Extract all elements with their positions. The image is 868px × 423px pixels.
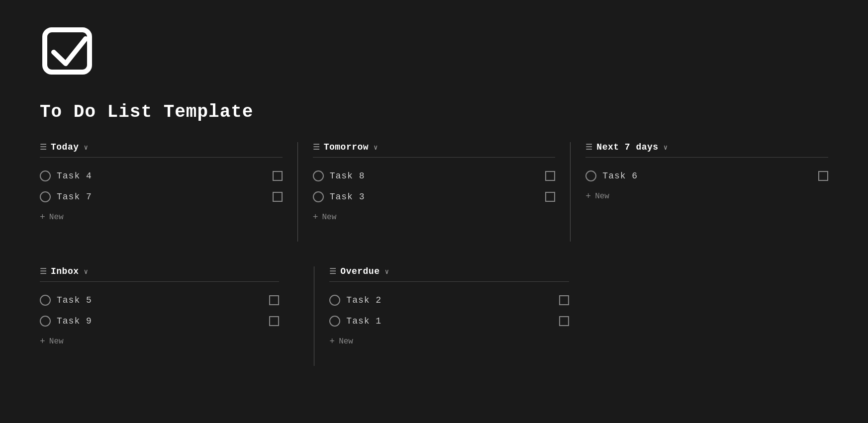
divider-inbox-overdue — [314, 266, 314, 366]
task-checkbox[interactable] — [269, 316, 279, 326]
column-tomorrow: ☰ Tomorrow ∨ Task 8 — [313, 142, 556, 242]
task-list-today: Task 4 Task 7 + New — [40, 166, 283, 227]
new-task-inbox[interactable]: + New — [40, 332, 279, 351]
column-header-overdue: ☰ Overdue ∨ — [329, 266, 569, 282]
task-list-tomorrow: Task 8 Task 3 + New — [313, 166, 556, 227]
app-container: To Do List Template ☰ Today ∨ Task 4 — [0, 0, 868, 386]
new-task-overdue[interactable]: + New — [329, 332, 569, 351]
table-row: Task 7 — [40, 186, 283, 207]
new-task-label: New — [339, 337, 353, 346]
task-checkbox[interactable] — [269, 295, 279, 305]
table-row: Task 4 — [40, 166, 283, 186]
spacer-bottom-right — [589, 266, 828, 366]
list-icon-inbox: ☰ — [40, 266, 47, 276]
table-row: Task 8 — [313, 166, 556, 186]
plus-icon: + — [329, 337, 335, 346]
task-checkbox[interactable] — [559, 316, 569, 326]
task-checkbox[interactable] — [545, 171, 555, 181]
top-row: ☰ Today ∨ Task 4 Ta — [40, 142, 828, 242]
task-label: Task 6 — [602, 171, 638, 181]
divider-tomorrow-next7 — [570, 142, 571, 242]
list-icon-tomorrow: ☰ — [313, 142, 320, 152]
list-icon-next7: ☰ — [585, 142, 592, 152]
task-circle[interactable] — [329, 295, 340, 306]
table-row: Task 9 — [40, 311, 279, 332]
divider-today-tomorrow — [297, 142, 298, 242]
column-inbox: ☰ Inbox ∨ Task 5 Ta — [40, 266, 299, 366]
column-header-next7: ☰ Next 7 days ∨ — [585, 142, 828, 158]
task-circle[interactable] — [329, 316, 340, 327]
task-checkbox[interactable] — [818, 171, 828, 181]
task-checkbox[interactable] — [273, 192, 283, 202]
task-list-overdue: Task 2 Task 1 + New — [329, 290, 569, 351]
new-task-label: New — [49, 213, 64, 222]
task-label: Task 1 — [346, 316, 382, 326]
task-circle[interactable] — [40, 170, 51, 181]
task-circle[interactable] — [313, 191, 324, 202]
table-row: Task 5 — [40, 290, 279, 311]
list-icon-overdue: ☰ — [329, 266, 336, 276]
task-label: Task 4 — [57, 171, 92, 181]
column-header-today: ☰ Today ∨ — [40, 142, 283, 158]
task-label: Task 9 — [57, 316, 92, 326]
task-label: Task 3 — [330, 192, 365, 202]
chevron-today[interactable]: ∨ — [84, 143, 88, 152]
column-today: ☰ Today ∨ Task 4 Ta — [40, 142, 283, 242]
svg-rect-0 — [45, 30, 90, 72]
column-next7days: ☰ Next 7 days ∨ Task 6 + New — [585, 142, 828, 242]
task-label: Task 7 — [57, 192, 92, 202]
column-header-tomorrow: ☰ Tomorrow ∨ — [313, 142, 556, 158]
new-task-next7[interactable]: + New — [585, 186, 828, 206]
task-label: Task 5 — [57, 295, 92, 305]
plus-icon: + — [585, 191, 591, 201]
new-task-label: New — [322, 213, 336, 222]
task-circle[interactable] — [40, 316, 51, 327]
column-header-inbox: ☰ Inbox ∨ — [40, 266, 279, 282]
bottom-row: ☰ Inbox ∨ Task 5 Ta — [40, 266, 828, 366]
chevron-overdue[interactable]: ∨ — [385, 267, 388, 276]
new-task-label: New — [49, 337, 64, 346]
chevron-inbox[interactable]: ∨ — [84, 267, 88, 276]
chevron-next7[interactable]: ∨ — [664, 143, 668, 152]
task-label: Task 2 — [346, 295, 382, 305]
table-row: Task 6 — [585, 166, 828, 186]
column-title-today: Today — [51, 142, 79, 152]
task-checkbox[interactable] — [559, 295, 569, 305]
task-checkbox[interactable] — [273, 171, 283, 181]
plus-icon: + — [40, 212, 45, 222]
chevron-tomorrow[interactable]: ∨ — [374, 143, 378, 152]
list-icon-today: ☰ — [40, 142, 47, 152]
page-title: To Do List Template — [40, 102, 828, 122]
task-label: Task 8 — [330, 171, 365, 181]
new-task-today[interactable]: + New — [40, 207, 283, 227]
task-checkbox[interactable] — [545, 192, 555, 202]
task-circle[interactable] — [40, 295, 51, 306]
task-circle[interactable] — [40, 191, 51, 202]
task-list-next7: Task 6 + New — [585, 166, 828, 206]
column-title-overdue: Overdue — [340, 266, 380, 276]
logo-area — [40, 20, 828, 82]
task-list-inbox: Task 5 Task 9 + New — [40, 290, 279, 351]
table-row: Task 3 — [313, 186, 556, 207]
table-row: Task 2 — [329, 290, 569, 311]
new-task-tomorrow[interactable]: + New — [313, 207, 556, 227]
column-overdue: ☰ Overdue ∨ Task 2 — [329, 266, 588, 366]
task-circle[interactable] — [313, 170, 324, 181]
app-logo — [40, 20, 99, 80]
column-title-next7: Next 7 days — [596, 142, 658, 152]
plus-icon: + — [313, 212, 318, 222]
column-title-tomorrow: Tomorrow — [324, 142, 369, 152]
plus-icon: + — [40, 337, 45, 346]
new-task-label: New — [595, 192, 609, 201]
board-layout: ☰ Today ∨ Task 4 Ta — [40, 142, 828, 366]
task-circle[interactable] — [585, 170, 596, 181]
table-row: Task 1 — [329, 311, 569, 332]
column-title-inbox: Inbox — [51, 266, 79, 276]
